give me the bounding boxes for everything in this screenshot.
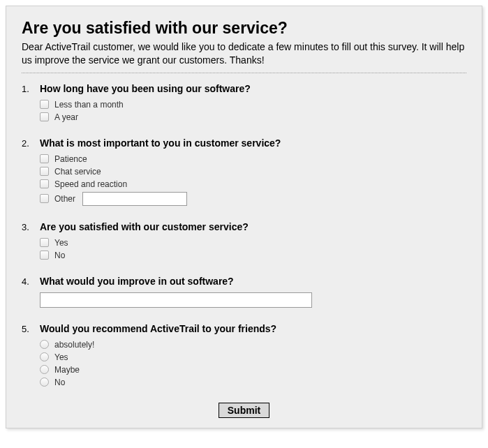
option-label: No [54,378,65,387]
option-row: Less than a month [40,100,466,110]
question-4: 4. What would you improve in out softwar… [22,276,466,308]
option-label: Other [54,194,75,204]
question-3: 3. Are you satisfied with our customer s… [22,221,466,260]
checkbox-icon[interactable] [40,167,49,176]
checkbox-icon[interactable] [40,251,49,260]
option-label: Yes [54,238,68,248]
option-row: No [40,378,466,387]
radio-icon[interactable] [40,340,49,349]
submit-wrap: Submit [22,403,466,418]
checkbox-icon[interactable] [40,194,49,203]
option-row: No [40,251,466,260]
question-text: Would you recommend ActiveTrail to your … [40,323,466,334]
improve-input[interactable] [40,292,312,308]
option-label: Speed and reaction [54,179,127,189]
question-text: Are you satisfied with our customer serv… [40,221,466,232]
option-label: Yes [54,352,68,362]
option-row: absolutely! [40,340,466,350]
question-body: What is most important to you in custome… [40,137,466,206]
survey-container: Are you satisfied with our service? Dear… [6,6,482,428]
question-number: 5. [22,323,40,387]
submit-button[interactable]: Submit [219,403,269,418]
checkbox-icon[interactable] [40,238,49,247]
question-5: 5. Would you recommend ActiveTrail to yo… [22,323,466,387]
option-row: Speed and reaction [40,179,466,189]
question-body: Would you recommend ActiveTrail to your … [40,323,466,387]
separator [22,73,466,73]
question-number: 4. [22,276,40,308]
option-row: Yes [40,352,466,362]
option-row: Patience [40,154,466,164]
options-list: absolutely! Yes Maybe No [40,340,466,387]
question-number: 2. [22,137,40,206]
option-label: absolutely! [54,340,94,350]
option-label: A year [54,112,78,122]
survey-title: Are you satisfied with our service? [22,19,466,38]
checkbox-icon[interactable] [40,100,49,109]
checkbox-icon[interactable] [40,112,49,121]
option-row: Maybe [40,365,466,375]
option-row: Other [40,192,466,206]
option-row: Chat service [40,167,466,177]
option-label: Chat service [54,167,101,177]
option-label: No [54,251,65,260]
survey-intro: Dear ActiveTrail customer, we would like… [22,40,466,67]
radio-icon[interactable] [40,352,49,361]
option-label: Less than a month [54,100,124,110]
option-row: Yes [40,238,466,248]
option-row: A year [40,112,466,122]
question-text: What is most important to you in custome… [40,137,466,149]
question-2: 2. What is most important to you in cust… [22,137,466,206]
question-body: How long have you been using our softwar… [40,83,466,122]
question-1: 1. How long have you been using our soft… [22,83,466,122]
option-label: Maybe [54,365,80,375]
other-input[interactable] [82,192,187,206]
question-body: What would you improve in out software? [40,276,466,308]
question-body: Are you satisfied with our customer serv… [40,221,466,260]
question-text: How long have you been using our softwar… [40,83,466,94]
checkbox-icon[interactable] [40,154,49,163]
question-number: 3. [22,221,40,260]
question-text: What would you improve in out software? [40,276,466,287]
radio-icon[interactable] [40,378,49,387]
options-list: Yes No [40,238,466,260]
options-list: Patience Chat service Speed and reaction… [40,154,466,206]
checkbox-icon[interactable] [40,179,49,188]
option-label: Patience [54,154,87,164]
options-list: Less than a month A year [40,100,466,122]
question-number: 1. [22,83,40,122]
radio-icon[interactable] [40,365,49,374]
